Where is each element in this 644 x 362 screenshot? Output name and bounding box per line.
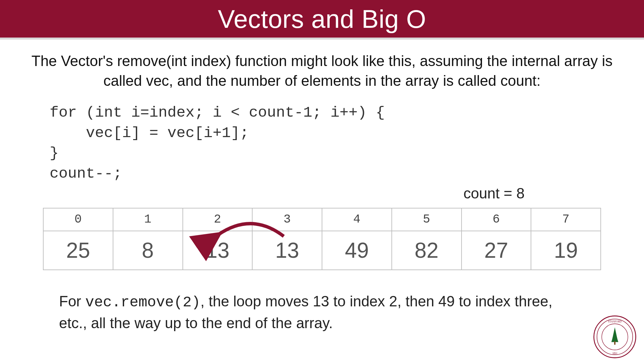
- index-row: 0 1 2 3 4 5 6 7: [43, 208, 601, 231]
- index-cell: 5: [392, 208, 462, 231]
- value-cell: 13: [252, 231, 322, 270]
- title-bar: Vectors and Big O: [0, 0, 644, 40]
- svg-rect-3: [614, 341, 615, 345]
- explanation-text: For vec.remove(2), the loop moves 13 to …: [19, 270, 625, 334]
- count-label: count = 8: [19, 185, 625, 202]
- intro-text: The Vector's remove(int index) function …: [19, 51, 625, 103]
- explain-code: vec.remove(2): [85, 294, 200, 311]
- value-cell: 19: [531, 231, 601, 270]
- index-cell: 3: [252, 208, 322, 231]
- index-cell: 6: [462, 208, 531, 231]
- array-table: 0 1 2 3 4 5 6 7 25 8 13 13 49 82 27: [43, 208, 601, 270]
- index-cell: 4: [322, 208, 392, 231]
- index-cell: 2: [183, 208, 253, 231]
- index-cell: 0: [43, 208, 113, 231]
- index-cell: 1: [113, 208, 183, 231]
- code-snippet: for (int i=index; i < count-1; i++) { ve…: [19, 103, 625, 187]
- array-diagram: 0 1 2 3 4 5 6 7 25 8 13 13 49 82 27: [19, 208, 625, 270]
- value-cell: 49: [322, 231, 392, 270]
- value-cell: 25: [43, 231, 113, 270]
- svg-text:1891: 1891: [612, 352, 618, 355]
- page-title: Vectors and Big O: [218, 4, 426, 34]
- value-cell: 8: [113, 231, 183, 270]
- index-cell: 7: [531, 208, 601, 231]
- value-cell: 13: [183, 231, 253, 270]
- value-cell: 82: [392, 231, 462, 270]
- explain-prefix: For: [59, 293, 85, 309]
- stanford-seal-icon: STANFORD 1891: [593, 315, 637, 359]
- slide-body: The Vector's remove(int index) function …: [0, 40, 644, 334]
- value-row: 25 8 13 13 49 82 27 19: [43, 231, 601, 270]
- value-cell: 27: [462, 231, 531, 270]
- svg-text:STANFORD: STANFORD: [608, 320, 622, 323]
